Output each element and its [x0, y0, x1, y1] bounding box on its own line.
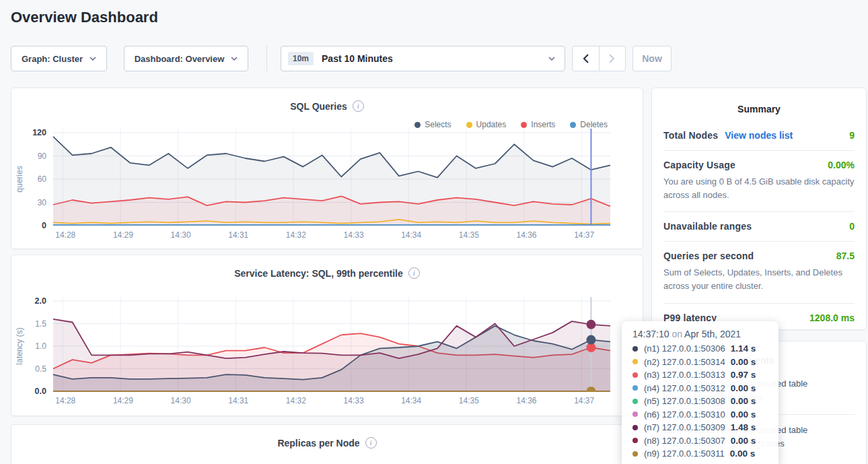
node-color-dot-icon	[632, 359, 638, 364]
time-forward-button[interactable]	[599, 46, 625, 71]
tooltip-node-row: (n2) 127.0.0.1:503140.00 s	[632, 357, 768, 367]
svg-text:14:37: 14:37	[574, 230, 594, 240]
chevron-down-icon	[548, 57, 555, 61]
node-address: (n3) 127.0.0.1:50313	[644, 370, 725, 380]
node-latency-value: 0.00 s	[731, 383, 756, 393]
svg-text:0.0: 0.0	[35, 387, 46, 396]
summary-title: Summary	[652, 88, 866, 121]
summary-panel: Summary Total Nodes View nodes list 9 Ca…	[651, 88, 867, 330]
sql-queries-panel: SQL Queries i SelectsUpdatesInsertsDelet…	[11, 88, 643, 249]
tooltip-node-row: (n6) 127.0.0.1:503100.00 s	[632, 409, 768, 420]
node-color-dot-icon	[632, 411, 638, 417]
time-back-button[interactable]	[573, 46, 599, 71]
p99-latency-value: 1208.0 ms	[809, 312, 855, 323]
replicas-per-node-title: Replicas per Node	[277, 438, 359, 449]
svg-text:14:33: 14:33	[344, 230, 364, 240]
node-latency-value: 0.00 s	[730, 449, 756, 459]
info-icon[interactable]: i	[353, 100, 364, 112]
svg-text:14:29: 14:29	[113, 230, 133, 240]
svg-text:14:36: 14:36	[516, 230, 536, 240]
chevron-down-icon	[231, 57, 238, 61]
node-address: (n4) 127.0.0.1:50312	[644, 383, 725, 393]
time-range-badge: 10m	[288, 52, 314, 65]
sql-queries-title: SQL Queries	[290, 101, 347, 112]
svg-text:14:28: 14:28	[55, 396, 75, 405]
time-range-label: Past 10 Minutes	[322, 53, 548, 64]
node-address: (n5) 127.0.0.1:50308	[644, 396, 725, 406]
tooltip-node-row: (n5) 127.0.0.1:503080.00 s	[632, 396, 768, 406]
qps-label: Queries per second	[663, 251, 754, 261]
total-nodes-label: Total Nodes	[663, 130, 718, 141]
svg-text:14:30: 14:30	[171, 230, 191, 240]
unavailable-ranges-label: Unavailable ranges	[663, 221, 752, 232]
svg-text:0: 0	[42, 221, 46, 230]
node-color-dot-icon	[632, 346, 638, 352]
svg-text:14:37: 14:37	[574, 396, 594, 405]
graph-dropdown[interactable]: Graph: Cluster	[11, 46, 107, 71]
capacity-usage-desc: You are using 0 B of 4.5 GiB usable disk…	[663, 175, 855, 202]
svg-text:14:36: 14:36	[516, 396, 536, 405]
unavailable-ranges-value: 0	[849, 221, 855, 232]
sql-queries-chart[interactable]: 14:2814:2914:3014:3114:3214:3314:3414:35…	[11, 119, 644, 247]
node-latency-value: 0.00 s	[731, 357, 756, 367]
qps-desc: Sum of Selects, Updates, Inserts, and De…	[663, 266, 855, 293]
tooltip-node-row: (n8) 127.0.0.1:503070.00 s	[632, 436, 768, 446]
summary-row-unavailable: Unavailable ranges 0	[663, 212, 855, 242]
service-latency-title: Service Latency: SQL, 99th percentile	[234, 268, 403, 279]
tooltip-node-row: (n7) 127.0.0.1:503091.48 s	[632, 422, 768, 432]
now-button[interactable]: Now	[632, 46, 672, 71]
node-address: (n7) 127.0.0.1:50309	[644, 422, 725, 432]
summary-row-qps: Queries per second 87.5 Sum of Selects, …	[663, 242, 855, 303]
tooltip-node-row: (n1) 127.0.0.1:503061.14 s	[632, 343, 768, 354]
node-color-dot-icon	[632, 425, 638, 430]
node-latency-value: 0.00 s	[731, 409, 756, 420]
qps-value: 87.5	[836, 251, 855, 261]
node-color-dot-icon	[632, 385, 638, 391]
node-latency-value: 1.14 s	[731, 343, 756, 354]
svg-text:120: 120	[32, 128, 46, 137]
tooltip-timestamp: 14:37:10 on Apr 5th, 2021	[632, 329, 768, 339]
svg-text:0.5: 0.5	[35, 364, 46, 374]
node-address: (n2) 127.0.0.1:50314	[644, 357, 725, 367]
dashboard-dropdown-label: Dashboard: Overview	[135, 54, 225, 64]
tooltip-node-row: (n3) 127.0.0.1:503130.97 s	[632, 370, 768, 380]
node-latency-value: 0.00 s	[731, 396, 756, 406]
svg-text:14:30: 14:30	[171, 396, 191, 405]
node-address: (n9) 127.0.0.1:50311	[644, 449, 725, 459]
summary-row-capacity: Capacity Usage 0.00% You are using 0 B o…	[663, 151, 855, 212]
svg-text:latency (s): latency (s)	[15, 327, 24, 364]
chevron-down-icon	[89, 57, 96, 61]
svg-text:14:35: 14:35	[459, 396, 479, 405]
service-latency-panel: Service Latency: SQL, 99th percentile i …	[11, 255, 643, 416]
svg-text:90: 90	[38, 152, 47, 161]
view-nodes-list-link[interactable]: View nodes list	[725, 130, 793, 141]
svg-text:30: 30	[38, 198, 47, 207]
chevron-right-icon	[609, 54, 615, 63]
tooltip-node-row: (n9) 127.0.0.1:503110.00 s	[632, 449, 768, 459]
node-latency-value: 0.00 s	[731, 436, 756, 446]
dashboard-dropdown[interactable]: Dashboard: Overview	[124, 46, 248, 71]
chevron-left-icon	[583, 54, 589, 63]
svg-text:14:31: 14:31	[228, 230, 248, 240]
time-range-picker[interactable]: 10m Past 10 Minutes	[281, 46, 565, 71]
svg-text:2.0: 2.0	[35, 296, 46, 306]
svg-text:14:34: 14:34	[401, 396, 421, 405]
capacity-usage-value: 0.00%	[828, 160, 855, 170]
node-color-dot-icon	[632, 451, 638, 457]
tooltip-node-row: (n4) 127.0.0.1:503120.00 s	[632, 383, 768, 393]
svg-text:14:31: 14:31	[228, 396, 248, 405]
node-color-dot-icon	[632, 399, 638, 404]
node-address: (n1) 127.0.0.1:50306	[644, 343, 725, 354]
capacity-usage-label: Capacity Usage	[663, 160, 735, 170]
info-icon[interactable]: i	[365, 437, 377, 449]
svg-text:14:32: 14:32	[286, 230, 306, 240]
svg-text:14:28: 14:28	[55, 230, 75, 240]
time-nav-group	[572, 46, 626, 71]
svg-text:14:32: 14:32	[286, 396, 306, 405]
svg-text:1.0: 1.0	[35, 341, 46, 351]
page-title: Overview Dashboard	[11, 9, 158, 26]
total-nodes-value: 9	[849, 130, 855, 141]
info-icon[interactable]: i	[408, 267, 420, 279]
svg-text:14:33: 14:33	[344, 396, 364, 405]
service-latency-chart[interactable]: 14:2814:2914:3014:3114:3214:3314:3414:35…	[11, 286, 644, 414]
